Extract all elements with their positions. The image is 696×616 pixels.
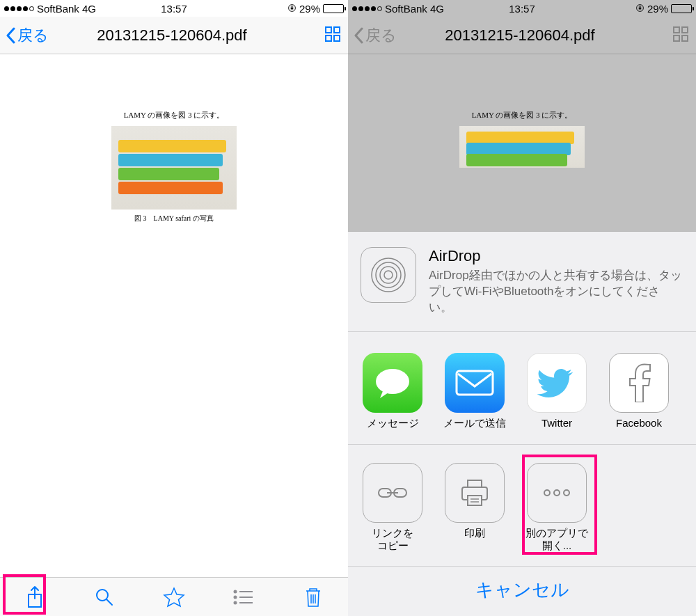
svg-rect-31 <box>468 496 482 505</box>
signal-strength-icon <box>352 6 382 11</box>
doc-caption: 図 3 LAMY safari の写真 <box>134 214 214 223</box>
battery-icon <box>671 4 692 13</box>
page-title: 20131215-120604.pdf <box>21 26 323 45</box>
print-icon <box>445 463 505 523</box>
svg-point-23 <box>372 258 405 292</box>
clock: 13:57 <box>161 3 187 15</box>
action-open-in[interactable]: 別のアプリで 開く... <box>525 463 589 552</box>
svg-rect-2 <box>326 27 331 33</box>
phone-right: SoftBank 4G 13:57 29% 戻る 20131215-120604… <box>348 0 696 616</box>
svg-point-20 <box>384 271 393 279</box>
facebook-icon <box>609 353 669 413</box>
action-label: 印刷 <box>464 527 485 539</box>
svg-rect-18 <box>674 35 679 41</box>
airdrop-icon[interactable] <box>361 247 416 303</box>
svg-rect-5 <box>334 35 340 41</box>
action-label: リンクを コピー <box>372 527 413 552</box>
cancel-button[interactable]: キャンセル <box>348 566 696 616</box>
share-app-twitter[interactable]: Twitter <box>525 353 589 430</box>
network-label: 4G <box>430 3 444 15</box>
doc-header-text: LAMY の画像を図 3 に示す。 <box>472 110 573 120</box>
favorite-button[interactable] <box>160 583 188 611</box>
svg-rect-15 <box>639 7 642 9</box>
app-label: メールで送信 <box>443 417 506 430</box>
svg-rect-16 <box>674 27 679 33</box>
carrier-label: SoftBank <box>385 3 427 15</box>
doc-header-text: LAMY の画像を図 3 に示す。 <box>124 110 225 120</box>
share-app-row: メッセージ メールで送信 Twitter Facebook <box>348 332 696 445</box>
action-label: 別のアプリで 開く... <box>525 527 588 552</box>
twitter-icon <box>527 353 587 413</box>
bottom-toolbar <box>0 577 348 616</box>
orientation-lock-icon <box>635 3 644 15</box>
status-bar: SoftBank 4G 13:57 29% <box>0 0 348 17</box>
battery-icon <box>323 4 344 13</box>
svg-rect-30 <box>468 480 482 487</box>
doc-image <box>459 126 585 168</box>
phone-left: SoftBank 4G 13:57 29% 戻る 20131215-120604… <box>0 0 348 616</box>
svg-rect-4 <box>326 35 331 41</box>
share-app-facebook[interactable]: Facebook <box>607 353 671 430</box>
mail-icon <box>445 353 505 413</box>
chevron-left-icon <box>6 27 16 44</box>
chevron-left-icon <box>354 27 364 44</box>
svg-rect-3 <box>334 27 340 33</box>
svg-point-36 <box>564 490 569 496</box>
svg-point-12 <box>235 601 237 603</box>
app-label: メッセージ <box>367 417 419 430</box>
grid-view-button <box>671 24 690 47</box>
svg-point-21 <box>380 267 397 283</box>
network-label: 4G <box>82 3 96 15</box>
share-app-messages[interactable]: メッセージ <box>361 353 425 430</box>
svg-point-34 <box>544 490 550 496</box>
signal-strength-icon <box>4 6 34 11</box>
airdrop-title: AirDrop <box>429 247 683 265</box>
battery-percentage: 29% <box>647 3 668 15</box>
svg-rect-17 <box>682 27 688 33</box>
battery-percentage: 29% <box>299 3 320 15</box>
svg-rect-25 <box>457 371 493 395</box>
svg-point-8 <box>235 590 237 592</box>
page-title: 20131215-120604.pdf <box>369 26 671 45</box>
share-sheet: AirDrop AirDrop経由でほかの人と共有する場合は、タップしてWi-F… <box>348 231 696 616</box>
doc-image <box>111 126 237 210</box>
svg-rect-19 <box>682 35 688 41</box>
app-label: Twitter <box>541 417 572 429</box>
link-icon <box>363 463 422 523</box>
action-copy-link[interactable]: リンクを コピー <box>361 463 425 552</box>
list-button[interactable] <box>230 583 258 611</box>
more-icon <box>527 463 587 523</box>
svg-point-35 <box>554 490 560 496</box>
airdrop-description: AirDrop経由でほかの人と共有する場合は、タップしてWi-FiやBlueto… <box>429 268 683 316</box>
nav-bar: 戻る 20131215-120604.pdf <box>0 17 348 54</box>
orientation-lock-icon <box>287 3 296 15</box>
svg-point-10 <box>235 596 237 598</box>
messages-icon <box>363 353 422 413</box>
share-action-row: リンクを コピー 印刷 別のアプリで 開く... <box>348 445 696 566</box>
clock: 13:57 <box>509 3 535 15</box>
carrier-label: SoftBank <box>37 3 79 15</box>
share-app-mail[interactable]: メールで送信 <box>443 353 507 430</box>
app-label: Facebook <box>616 417 662 429</box>
document-content[interactable]: LAMY の画像を図 3 に示す。 図 3 LAMY safari の写真 <box>0 54 348 577</box>
action-print[interactable]: 印刷 <box>443 463 507 552</box>
share-button[interactable] <box>21 583 49 611</box>
svg-point-24 <box>376 369 409 394</box>
search-button[interactable] <box>90 583 118 611</box>
grid-view-button[interactable] <box>323 24 342 47</box>
trash-button[interactable] <box>299 583 327 611</box>
svg-rect-1 <box>291 7 294 9</box>
document-content: LAMY の画像を図 3 に示す。 <box>348 54 696 180</box>
status-bar: SoftBank 4G 13:57 29% <box>348 0 696 17</box>
nav-bar: 戻る 20131215-120604.pdf <box>348 17 696 54</box>
